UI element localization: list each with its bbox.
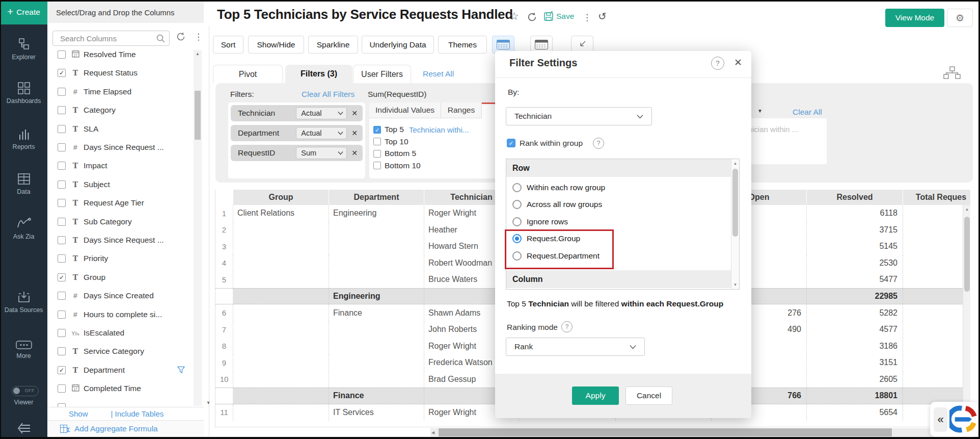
- table-horizontal-scrollbar[interactable]: ◀: [430, 428, 970, 436]
- sidebar-item-more[interactable]: More: [0, 341, 47, 360]
- sidebar-item-ask-zia[interactable]: Ask Zia: [0, 217, 47, 241]
- checkbox-unchecked[interactable]: [58, 199, 66, 207]
- sidebar-item-dashboards[interactable]: Dashboards: [0, 82, 47, 105]
- clear-all-filters-link[interactable]: Clear All Filters: [302, 90, 355, 99]
- collapse-sidebar-icon[interactable]: [0, 422, 47, 433]
- values-tab-ranges[interactable]: Ranges: [441, 102, 482, 118]
- filter-agg-dropdown[interactable]: Sum: [296, 147, 347, 159]
- checkbox-unchecked[interactable]: [58, 236, 66, 244]
- checkbox-unchecked[interactable]: [373, 138, 381, 145]
- remove-filter-icon[interactable]: ✕: [351, 109, 358, 117]
- tab-pivot[interactable]: Pivot: [213, 65, 283, 83]
- cell-group: [233, 304, 329, 321]
- sidebar-item-data-sources[interactable]: Data Sources: [0, 291, 47, 314]
- checkbox-checked[interactable]: ✓: [58, 69, 66, 77]
- by-dropdown[interactable]: Technician: [506, 107, 652, 125]
- save-button[interactable]: * Save: [544, 11, 574, 21]
- clear-all-link[interactable]: Clear All: [793, 108, 822, 117]
- view-mode-button[interactable]: View Mode: [885, 9, 944, 27]
- rank-help-icon[interactable]: ?: [593, 138, 604, 149]
- viewer-toggle[interactable]: OFF: [12, 386, 39, 396]
- column-header-dept[interactable]: Department: [329, 190, 424, 205]
- checkbox-unchecked[interactable]: [58, 254, 66, 263]
- checkbox-unchecked[interactable]: [58, 180, 66, 189]
- report-more-icon[interactable]: ⋮: [583, 12, 591, 23]
- checkbox-unchecked[interactable]: [58, 403, 66, 407]
- include-tables-link[interactable]: | Include Tables: [111, 409, 164, 418]
- cell-resolved: 2605: [807, 371, 903, 388]
- add-aggregate-formula-button[interactable]: Σ Add Aggregate Formula: [47, 420, 204, 437]
- rank-within-group-checkbox[interactable]: ✓: [507, 139, 515, 147]
- listbox-scrollbar[interactable]: ▲▼: [731, 159, 739, 289]
- columns-scrollbar[interactable]: ▲: [194, 50, 202, 406]
- radio-option-within-each-row-group[interactable]: Within each row group: [506, 179, 731, 196]
- tab-user-filters[interactable]: User Filters: [353, 65, 411, 83]
- apply-button[interactable]: Apply: [572, 386, 619, 405]
- values-tab-individual-values[interactable]: Individual Values: [369, 102, 441, 118]
- checkbox-unchecked[interactable]: [58, 347, 66, 355]
- remove-filter-icon[interactable]: ✕: [351, 129, 358, 137]
- checkbox-unchecked[interactable]: [58, 106, 66, 114]
- checkbox-unchecked[interactable]: [58, 50, 66, 59]
- search-columns-input[interactable]: Search Columns: [52, 31, 170, 46]
- checkbox-unchecked[interactable]: [58, 218, 66, 226]
- checkbox-unchecked[interactable]: [373, 162, 381, 169]
- checkbox-checked[interactable]: ✓: [58, 366, 66, 374]
- cancel-button[interactable]: Cancel: [625, 386, 672, 405]
- filter-detail-link[interactable]: Technician withi...: [409, 125, 469, 134]
- filter-funnel-icon[interactable]: [177, 366, 185, 376]
- radio-option-across-all-row-groups[interactable]: Across all row groups: [506, 196, 731, 213]
- filter-agg-dropdown[interactable]: Actual: [296, 107, 347, 119]
- hierarchy-icon[interactable]: [943, 66, 961, 82]
- help-icon[interactable]: ?: [711, 57, 724, 70]
- filter-values-caret-icon[interactable]: ▼: [757, 108, 763, 114]
- ranking-mode-help-icon[interactable]: ?: [561, 321, 573, 332]
- checkbox-checked[interactable]: ✓: [58, 273, 66, 281]
- checkbox-checked[interactable]: ✓: [373, 126, 381, 134]
- checkbox-unchecked[interactable]: [373, 150, 381, 158]
- collapse-panel-button[interactable]: «: [934, 407, 947, 432]
- radio-unselected[interactable]: [512, 183, 522, 192]
- favorite-star-icon[interactable]: ☆: [509, 10, 519, 22]
- checkbox-unchecked[interactable]: [58, 292, 66, 300]
- checkbox-unchecked[interactable]: [58, 384, 66, 393]
- sidebar-item-data[interactable]: Data: [0, 172, 47, 196]
- toolbar-button-sparkline[interactable]: Sparkline: [308, 36, 358, 54]
- tab-filters[interactable]: Filters (3): [285, 65, 352, 83]
- settings-gear-button[interactable]: ⚙: [947, 9, 973, 27]
- radio-option-ignore-rows[interactable]: Ignore rows: [506, 213, 731, 230]
- refresh-report-icon[interactable]: [527, 12, 537, 24]
- column-header-group[interactable]: Group: [233, 190, 329, 205]
- toolbar-button-themes[interactable]: Themes: [438, 36, 487, 54]
- toolbar-button-show-hide[interactable]: Show/Hide: [248, 36, 304, 54]
- checkbox-unchecked[interactable]: [58, 143, 66, 151]
- filter-chip-department[interactable]: DepartmentActual✕: [231, 125, 363, 141]
- filter-chip-requestid[interactable]: RequestIDSum✕: [231, 145, 363, 161]
- checkbox-unchecked[interactable]: [58, 311, 66, 319]
- filter-agg-dropdown[interactable]: Actual: [296, 127, 347, 139]
- create-button[interactable]: +Create: [0, 0, 47, 24]
- filter-chip-technician[interactable]: TechnicianActual✕: [231, 105, 363, 121]
- cell-group: [233, 271, 329, 288]
- column-header-resolved[interactable]: Resolved: [807, 190, 903, 205]
- radio-unselected[interactable]: [512, 200, 522, 209]
- checkbox-unchecked[interactable]: [58, 329, 66, 337]
- undo-icon[interactable]: ↺: [598, 10, 607, 22]
- checkbox-unchecked[interactable]: [58, 162, 66, 170]
- radio-unselected[interactable]: [512, 217, 522, 226]
- reset-all-link[interactable]: Reset All: [423, 69, 454, 79]
- column-header-total[interactable]: Total Reques: [903, 190, 970, 205]
- ranking-mode-dropdown[interactable]: Rank: [506, 338, 645, 356]
- toolbar-button-sort[interactable]: Sort: [213, 36, 243, 54]
- sidebar-item-reports[interactable]: Reports: [0, 127, 47, 151]
- show-link[interactable]: Show: [69, 409, 88, 418]
- close-icon[interactable]: ✕: [734, 57, 742, 68]
- sidebar-item-explorer[interactable]: Explorer: [0, 38, 47, 61]
- columns-more-icon[interactable]: ⋮: [194, 32, 203, 42]
- table-vertical-scrollbar[interactable]: ▲: [963, 205, 970, 427]
- toolbar-button-underlying-data[interactable]: Underlying Data: [362, 36, 434, 54]
- checkbox-unchecked[interactable]: [58, 88, 66, 96]
- checkbox-unchecked[interactable]: [58, 125, 66, 133]
- remove-filter-icon[interactable]: ✕: [351, 149, 358, 157]
- refresh-columns-icon[interactable]: [176, 32, 187, 43]
